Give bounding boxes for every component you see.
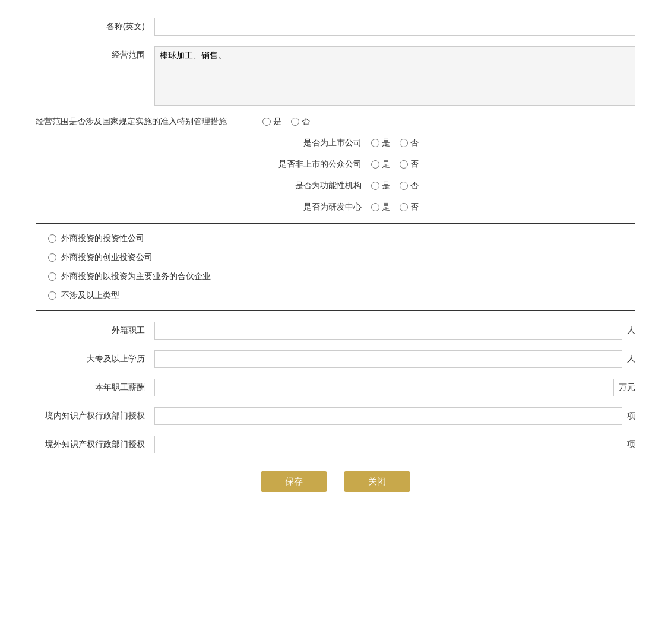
college-edu-row: 大专及以上学历 人 [36, 350, 635, 368]
button-row: 保存 关闭 [36, 471, 635, 492]
foreign-ip-input[interactable] [154, 436, 622, 453]
non-listed-radio-group: 是 否 [371, 159, 419, 170]
name-en-input[interactable] [154, 18, 635, 36]
rd-no-label[interactable]: 否 [410, 202, 419, 212]
rd-no-radio[interactable] [400, 203, 408, 211]
name-en-row: 各称(英文) [36, 18, 635, 36]
listed-no-radio[interactable] [400, 139, 408, 147]
functional-org-label: 是否为功能性机构 [252, 180, 371, 191]
investment-type-row-3: 外商投资的以投资为主要业务的合伙企业 [48, 271, 623, 282]
foreign-employee-input[interactable] [154, 322, 622, 340]
college-edu-unit: 人 [627, 354, 635, 364]
college-edu-label: 大专及以上学历 [36, 354, 154, 364]
special-mgmt-no-item[interactable]: 否 [291, 116, 310, 127]
investment-type-label-1[interactable]: 外商投资的投资性公司 [61, 233, 144, 244]
college-edu-input[interactable] [154, 350, 622, 368]
business-scope-row: 经营范围 棒球加工、销售。 [36, 46, 635, 106]
close-button[interactable]: 关闭 [344, 471, 410, 492]
foreign-employee-unit: 人 [627, 325, 635, 336]
special-mgmt-yes-label[interactable]: 是 [273, 116, 281, 127]
investment-type-radio-3[interactable] [48, 272, 56, 281]
functional-yes-item[interactable]: 是 [371, 180, 390, 191]
domestic-ip-label: 境内知识产权行政部门授权 [36, 411, 154, 421]
listed-no-label[interactable]: 否 [410, 138, 419, 148]
non-listed-yes-radio[interactable] [371, 160, 379, 169]
investment-type-label-2[interactable]: 外商投资的创业投资公司 [61, 252, 153, 263]
annual-salary-input[interactable] [154, 379, 614, 396]
business-scope-textarea[interactable]: 棒球加工、销售。 [154, 46, 635, 106]
listed-no-item[interactable]: 否 [400, 138, 419, 148]
rd-yes-label[interactable]: 是 [382, 202, 390, 212]
form-container: 各称(英文) 经营范围 棒球加工、销售。 经营范围是否涉及国家规定实施的准入特别… [36, 18, 635, 492]
functional-yes-label[interactable]: 是 [382, 180, 390, 191]
special-mgmt-radio-group: 是 否 [262, 116, 310, 127]
domestic-ip-unit: 项 [627, 411, 635, 421]
rd-yes-item[interactable]: 是 [371, 202, 390, 212]
rd-no-item[interactable]: 否 [400, 202, 419, 212]
investment-type-row-4: 不涉及以上类型 [48, 290, 623, 301]
non-listed-yes-item[interactable]: 是 [371, 159, 390, 170]
foreign-ip-row: 境外知识产权行政部门授权 项 [36, 436, 635, 453]
annual-salary-row: 本年职工薪酬 万元 [36, 379, 635, 396]
foreign-ip-unit: 项 [627, 439, 635, 450]
special-mgmt-no-label[interactable]: 否 [302, 116, 310, 127]
investment-type-label-4[interactable]: 不涉及以上类型 [61, 290, 119, 301]
functional-org-radio-group: 是 否 [371, 180, 419, 191]
special-mgmt-label: 经营范围是否涉及国家规定实施的准入特别管理措施 [36, 116, 227, 127]
rd-center-row: 是否为研发中心 是 否 [36, 202, 635, 212]
investment-type-row-1: 外商投资的投资性公司 [48, 233, 623, 244]
non-listed-row: 是否非上市的公众公司 是 否 [36, 159, 635, 170]
domestic-ip-row: 境内知识产权行政部门授权 项 [36, 407, 635, 425]
non-listed-label: 是否非上市的公众公司 [252, 159, 371, 170]
rd-center-label: 是否为研发中心 [252, 202, 371, 212]
special-mgmt-no-radio[interactable] [291, 118, 299, 126]
foreign-employee-label: 外籍职工 [36, 325, 154, 336]
investment-type-radio-4[interactable] [48, 291, 56, 300]
foreign-employee-row: 外籍职工 人 [36, 322, 635, 340]
annual-salary-unit: 万元 [619, 382, 635, 393]
domestic-ip-input[interactable] [154, 407, 622, 425]
investment-type-row-2: 外商投资的创业投资公司 [48, 252, 623, 263]
investment-type-radio-2[interactable] [48, 253, 56, 262]
special-mgmt-row: 经营范围是否涉及国家规定实施的准入特别管理措施 是 否 [36, 116, 635, 127]
investment-type-radio-1[interactable] [48, 234, 56, 243]
non-listed-no-item[interactable]: 否 [400, 159, 419, 170]
save-button[interactable]: 保存 [261, 471, 327, 492]
name-en-label: 各称(英文) [36, 21, 154, 32]
listed-company-radio-group: 是 否 [371, 138, 419, 148]
rd-yes-radio[interactable] [371, 203, 379, 211]
investment-type-section: 外商投资的投资性公司 外商投资的创业投资公司 外商投资的以投资为主要业务的合伙企… [36, 223, 635, 311]
functional-yes-radio[interactable] [371, 182, 379, 190]
special-mgmt-yes-radio[interactable] [262, 118, 271, 126]
non-listed-no-radio[interactable] [400, 160, 408, 169]
functional-no-radio[interactable] [400, 182, 408, 190]
special-mgmt-yes-item[interactable]: 是 [262, 116, 281, 127]
listed-yes-label[interactable]: 是 [382, 138, 390, 148]
non-listed-yes-label[interactable]: 是 [382, 159, 390, 170]
listed-company-row: 是否为上市公司 是 否 [36, 138, 635, 148]
listed-company-label: 是否为上市公司 [252, 138, 371, 148]
functional-no-label[interactable]: 否 [410, 180, 419, 191]
investment-type-label-3[interactable]: 外商投资的以投资为主要业务的合伙企业 [61, 271, 211, 282]
listed-yes-radio[interactable] [371, 139, 379, 147]
foreign-ip-label: 境外知识产权行政部门授权 [36, 439, 154, 450]
business-scope-label: 经营范围 [36, 46, 154, 61]
functional-no-item[interactable]: 否 [400, 180, 419, 191]
rd-center-radio-group: 是 否 [371, 202, 419, 212]
annual-salary-label: 本年职工薪酬 [36, 382, 154, 393]
functional-org-row: 是否为功能性机构 是 否 [36, 180, 635, 191]
listed-yes-item[interactable]: 是 [371, 138, 390, 148]
non-listed-no-label[interactable]: 否 [410, 159, 419, 170]
